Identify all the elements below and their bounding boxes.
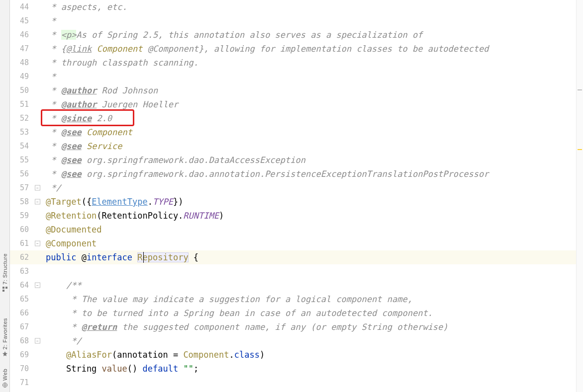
scroll-marker[interactable] <box>578 89 582 90</box>
code-text[interactable]: */ <box>44 334 576 348</box>
tool-tab-web[interactable]: Web <box>0 369 10 389</box>
code-text[interactable]: String value() default ""; <box>44 362 576 376</box>
code-text[interactable]: * @author Juergen Hoeller <box>44 97 576 111</box>
fold-toggle-icon[interactable]: − <box>35 338 40 344</box>
code-text[interactable]: /** <box>44 278 576 292</box>
line-number[interactable]: 57 <box>10 181 34 195</box>
line-number[interactable]: 60 <box>10 223 34 236</box>
tool-tab-favorites[interactable]: 2: Favorites <box>0 318 10 357</box>
code-line[interactable]: 65 * The value may indicate a suggestion… <box>10 292 576 306</box>
code-line[interactable]: 50 * @author Rod Johnson <box>10 83 576 97</box>
tool-tab-structure[interactable]: 7: Structure <box>0 253 10 293</box>
code-line[interactable]: 67 * @return the suggested component nam… <box>10 320 576 334</box>
code-text[interactable]: * to be turned into a Spring bean in cas… <box>44 306 576 320</box>
tool-tab-label: 7: Structure <box>2 253 8 285</box>
line-number[interactable]: 63 <box>10 264 34 278</box>
code-line[interactable]: 51 * @author Juergen Hoeller <box>10 97 576 111</box>
vertical-scrollbar[interactable] <box>576 0 583 392</box>
tool-tab-label: 2: Favorites <box>2 318 8 349</box>
line-number[interactable]: 62 <box>10 250 34 264</box>
code-line[interactable]: 62public @interface Repository { <box>10 250 576 264</box>
code-line[interactable]: 70 String value() default ""; <box>10 362 576 376</box>
code-text[interactable]: @Retention(RetentionPolicy.RUNTIME) <box>44 209 576 223</box>
line-number[interactable]: 67 <box>10 320 34 334</box>
code-text[interactable]: @Documented <box>44 223 576 236</box>
line-number[interactable]: 61 <box>10 236 34 250</box>
line-number[interactable]: 49 <box>10 70 34 83</box>
line-number[interactable]: 47 <box>10 42 34 56</box>
code-text[interactable]: * @return the suggested component name, … <box>44 320 576 334</box>
code-line[interactable]: 66 * to be turned into a Spring bean in … <box>10 306 576 320</box>
code-text[interactable]: @Target({ElementType.TYPE}) <box>44 195 576 209</box>
line-number[interactable]: 54 <box>10 139 34 153</box>
line-number[interactable]: 46 <box>10 28 34 42</box>
code-text[interactable]: * @since 2.0 <box>44 111 576 125</box>
line-number[interactable]: 59 <box>10 209 34 223</box>
line-number[interactable]: 68 <box>10 334 34 348</box>
scroll-marker[interactable] <box>578 149 582 150</box>
line-number[interactable]: 70 <box>10 362 34 376</box>
line-number[interactable]: 45 <box>10 14 34 28</box>
code-text[interactable]: * <box>44 14 576 28</box>
code-text[interactable]: * <p>As of Spring 2.5, this annotation a… <box>44 28 576 42</box>
line-number[interactable]: 48 <box>10 56 34 70</box>
code-text[interactable]: * The value may indicate a suggestion fo… <box>44 292 576 306</box>
code-text[interactable]: * <box>44 70 576 83</box>
code-line[interactable]: 60@Documented <box>10 223 576 236</box>
line-number[interactable]: 56 <box>10 167 34 181</box>
code-editor[interactable]: 44 * aspects, etc.45 *46 * <p>As of Spri… <box>10 0 576 392</box>
line-number[interactable]: 53 <box>10 125 34 139</box>
line-number[interactable]: 58 <box>10 195 34 209</box>
line-number[interactable]: 71 <box>10 376 34 390</box>
code-line[interactable]: 61−@Component <box>10 236 576 250</box>
structure-icon <box>1 286 8 293</box>
code-line[interactable]: 45 * <box>10 14 576 28</box>
fold-toggle-icon[interactable]: − <box>35 283 40 288</box>
code-text[interactable]: @AliasFor(annotation = Component.class) <box>44 348 576 362</box>
code-line[interactable]: 54 * @see Service <box>10 139 576 153</box>
code-line[interactable]: 59@Retention(RetentionPolicy.RUNTIME) <box>10 209 576 223</box>
code-line[interactable]: 55 * @see org.springframework.dao.DataAc… <box>10 153 576 167</box>
fold-toggle-icon[interactable]: − <box>35 185 40 191</box>
line-number[interactable]: 52 <box>10 111 34 125</box>
code-line[interactable]: 63 <box>10 264 576 278</box>
line-number[interactable]: 44 <box>10 0 34 14</box>
svg-rect-2 <box>2 290 4 292</box>
code-line[interactable]: 46 * <p>As of Spring 2.5, this annotatio… <box>10 28 576 42</box>
code-line[interactable]: 47 * {@link Component @Component}, allow… <box>10 42 576 56</box>
tool-tab-label: Web <box>2 369 8 381</box>
code-text[interactable]: * @see org.springframework.dao.DataAcces… <box>44 153 576 167</box>
code-line[interactable]: 68− */ <box>10 334 576 348</box>
code-line[interactable]: 52 * @since 2.0 <box>10 111 576 125</box>
code-text[interactable]: public @interface Repository { <box>44 250 576 264</box>
line-number[interactable]: 51 <box>10 97 34 111</box>
code-line[interactable]: 53 * @see Component <box>10 125 576 139</box>
line-number[interactable]: 66 <box>10 306 34 320</box>
line-number[interactable]: 65 <box>10 292 34 306</box>
line-number[interactable]: 50 <box>10 83 34 97</box>
code-text[interactable]: * @see Component <box>44 125 576 139</box>
code-line[interactable]: 69 @AliasFor(annotation = Component.clas… <box>10 348 576 362</box>
code-text[interactable]: */ <box>44 181 576 195</box>
code-line[interactable]: 44 * aspects, etc. <box>10 0 576 14</box>
line-number[interactable]: 69 <box>10 348 34 362</box>
line-number[interactable]: 64 <box>10 278 34 292</box>
code-line[interactable]: 57− */ <box>10 181 576 195</box>
code-text[interactable]: * aspects, etc. <box>44 0 576 14</box>
left-tool-strip: 7: Structure 2: Favorites Web <box>0 0 10 392</box>
code-line[interactable]: 64− /** <box>10 278 576 292</box>
code-line[interactable]: 71 <box>10 376 576 390</box>
code-text[interactable]: @Component <box>44 236 576 250</box>
code-text[interactable]: * {@link Component @Component}, allowing… <box>44 42 576 56</box>
code-text[interactable]: * @see Service <box>44 139 576 153</box>
fold-toggle-icon[interactable]: − <box>35 199 40 205</box>
code-line[interactable]: 58−@Target({ElementType.TYPE}) <box>10 195 576 209</box>
line-number[interactable]: 55 <box>10 153 34 167</box>
fold-toggle-icon[interactable]: − <box>35 241 40 246</box>
code-text[interactable]: * @see org.springframework.dao.annotatio… <box>44 167 576 181</box>
code-line[interactable]: 49 * <box>10 70 576 83</box>
code-line[interactable]: 56 * @see org.springframework.dao.annota… <box>10 167 576 181</box>
code-line[interactable]: 48 * through classpath scanning. <box>10 56 576 70</box>
code-text[interactable]: * @author Rod Johnson <box>44 83 576 97</box>
code-text[interactable]: * through classpath scanning. <box>44 56 576 70</box>
